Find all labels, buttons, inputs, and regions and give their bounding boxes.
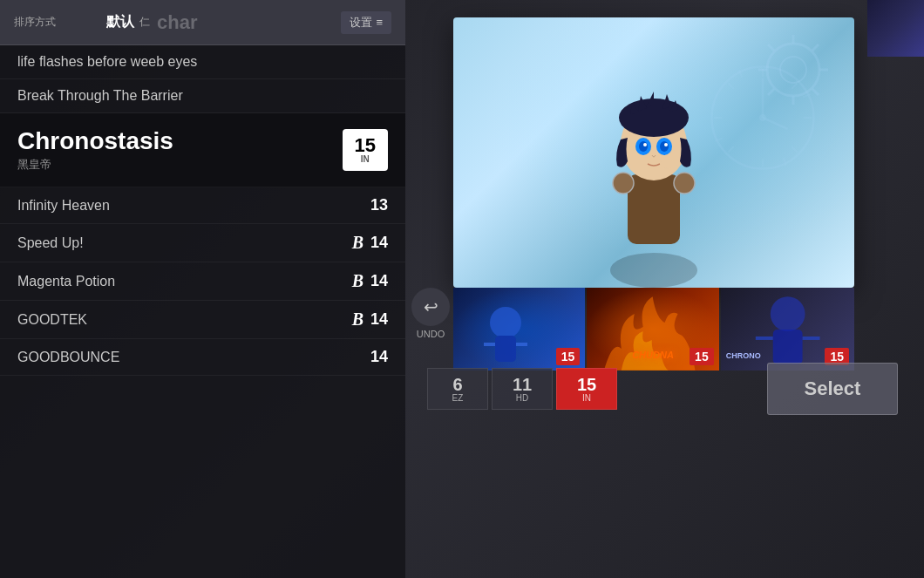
svg-line-20: [792, 83, 797, 88]
difficulty-option-in[interactable]: 15 IN: [556, 368, 617, 410]
undo-icon: ↩: [424, 296, 438, 317]
list-item[interactable]: Speed Up! B 14: [0, 224, 405, 262]
difficulty-number: 14: [370, 272, 388, 290]
settings-button[interactable]: 设置 ≡: [341, 11, 391, 34]
difficulty-number: 14: [370, 310, 388, 329]
diff-ez-value: 6: [452, 376, 462, 393]
difficulty-option-hd[interactable]: 11 HD: [492, 368, 553, 410]
boost-icon: B: [352, 309, 363, 330]
song-list-panel: 排序方式 char 默认 仁 设置 ≡ life flashes before …: [0, 0, 405, 578]
song-title: Speed Up!: [17, 235, 84, 251]
song-difficulty: 13: [370, 196, 388, 214]
difficulty-number: 14: [370, 234, 388, 252]
svg-point-43: [664, 143, 668, 146]
svg-point-40: [639, 141, 648, 152]
difficulty-number: 14: [370, 348, 388, 366]
song-difficulty: B 14: [352, 271, 388, 291]
song-difficulty: B 14: [352, 309, 388, 330]
chudna-label: CHUDNA: [632, 350, 674, 360]
sort-label: 排序方式: [14, 15, 56, 30]
sort-section: 排序方式 char 默认 仁: [14, 0, 150, 45]
svg-point-29: [674, 173, 695, 194]
diff-ez-label: EZ: [452, 393, 464, 403]
chrono-label: CHRONO: [726, 351, 761, 360]
album-art-area: 15 CHUDNA 15 CHRONO 15: [410, 17, 898, 314]
diff-in-label: IN: [582, 393, 591, 403]
svg-line-13: [763, 118, 788, 129]
diff-in-value: 15: [577, 376, 596, 393]
song-subtitle: 黑皇帝: [17, 157, 173, 173]
difficulty-option-ez[interactable]: 6 EZ: [427, 368, 488, 410]
svg-rect-27: [628, 174, 680, 244]
song-title-main: Chronostasis: [17, 127, 173, 155]
settings-label: 设置: [350, 15, 372, 31]
svg-rect-51: [772, 330, 802, 364]
song-title: life flashes before weeb eyes: [17, 54, 197, 70]
diff-hd-label: HD: [516, 393, 528, 403]
thumbnail-3[interactable]: CHRONO 15: [721, 288, 854, 371]
song-title: GOODBOUNCE: [17, 350, 119, 365]
song-list: life flashes before weeb eyes Break Thro…: [0, 45, 405, 376]
top-right-thumb-image: [867, 0, 924, 57]
top-bar: 排序方式 char 默认 仁 设置 ≡: [0, 0, 405, 45]
thumbnail-1[interactable]: 15: [453, 288, 585, 371]
song-title: Break Through The Barrier: [17, 88, 183, 104]
diff-hd-value: 11: [513, 376, 532, 393]
list-item[interactable]: life flashes before weeb eyes: [0, 45, 405, 79]
svg-rect-47: [495, 336, 516, 362]
thumbnail-2[interactable]: CHUDNA 15: [587, 288, 718, 371]
difficulty-type: IN: [355, 155, 376, 164]
sort-extra: 仁: [139, 15, 150, 30]
song-difficulty: B 14: [352, 233, 388, 253]
select-label: Select: [805, 377, 861, 400]
svg-line-6: [768, 44, 774, 51]
song-title: Magenta Potion: [17, 274, 115, 289]
list-item[interactable]: GOODTEK B 14: [0, 301, 405, 339]
undo-label: UNDO: [417, 329, 445, 339]
svg-point-42: [643, 143, 647, 146]
difficulty-badge: 15 IN: [343, 129, 388, 171]
settings-icon: ≡: [376, 16, 383, 29]
thumb-character-icon: [471, 305, 540, 366]
list-item[interactable]: GOODBOUNCE 14: [0, 339, 405, 376]
svg-point-50: [770, 296, 805, 331]
sort-char-overlay: char: [157, 0, 197, 45]
album-art-main: [453, 17, 854, 288]
difficulty-number: 15: [355, 134, 376, 156]
svg-point-41: [660, 141, 669, 152]
song-title: Infinity Heaven: [17, 198, 110, 214]
thumbnail-row: 15 CHUDNA 15 CHRONO 15: [453, 288, 854, 371]
list-item[interactable]: Infinity Heaven 13: [0, 187, 405, 224]
song-info: Chronostasis 黑皇帝: [17, 127, 173, 173]
svg-point-26: [610, 253, 697, 288]
song-difficulty: 14: [370, 348, 388, 366]
select-button[interactable]: Select: [767, 363, 898, 415]
svg-rect-45: [663, 155, 668, 168]
list-item[interactable]: Break Through The Barrier: [0, 79, 405, 113]
svg-line-19: [792, 146, 797, 152]
sort-value: 默认: [106, 13, 134, 31]
undo-button[interactable]: ↩ UNDO: [411, 288, 450, 339]
list-item[interactable]: Magenta Potion B 14: [0, 262, 405, 301]
boost-icon: B: [352, 271, 363, 291]
boost-icon: B: [352, 233, 363, 253]
top-right-thumbnail: [867, 0, 924, 57]
difficulty-number: 13: [370, 196, 388, 214]
anime-character: [567, 44, 741, 288]
svg-line-8: [812, 44, 819, 51]
svg-point-28: [613, 173, 634, 194]
song-title: GOODTEK: [17, 312, 87, 328]
undo-circle: ↩: [411, 288, 450, 326]
list-item-selected[interactable]: Chronostasis 黑皇帝 15 IN: [0, 113, 405, 187]
svg-point-46: [490, 307, 521, 338]
